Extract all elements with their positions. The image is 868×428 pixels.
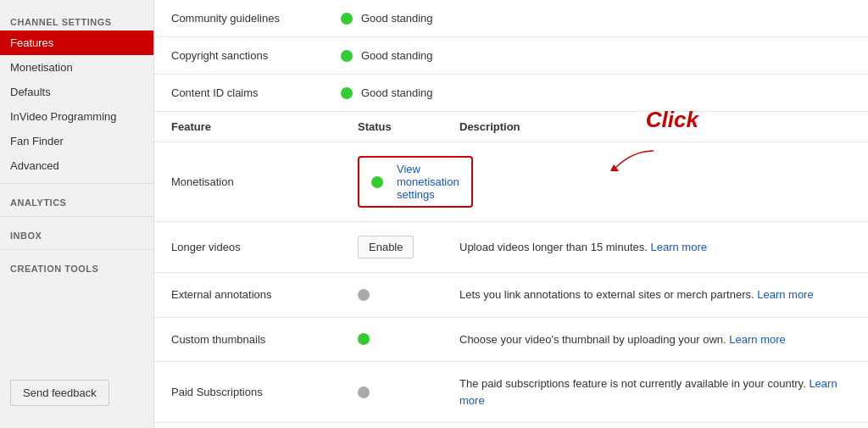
external-annotations-label: External annotations bbox=[171, 288, 358, 301]
sidebar-divider-2 bbox=[0, 216, 153, 217]
custom-thumbnails-description: Choose your video's thumbnail by uploadi… bbox=[459, 331, 851, 348]
monetisation-status-col: View monetisation settings bbox=[358, 156, 459, 208]
paid-subscriptions-label: Paid Subscriptions bbox=[171, 386, 358, 398]
contentid-claims-row: Content ID claims Good standing bbox=[154, 75, 868, 111]
sidebar-item-monetisation[interactable]: Monetisation bbox=[0, 55, 153, 80]
sidebar-bottom: Send feedback bbox=[0, 366, 153, 428]
paid-subscriptions-grey-dot bbox=[358, 386, 370, 398]
view-monetisation-link[interactable]: View monetisation settings bbox=[397, 163, 459, 201]
contentid-claims-dot bbox=[341, 87, 353, 99]
feature-row-longer-videos: Longer videos Enable Upload videos longe… bbox=[154, 222, 868, 273]
col-feature-header: Feature bbox=[171, 120, 358, 133]
community-guidelines-dot bbox=[341, 13, 353, 25]
monetisation-green-dot bbox=[371, 176, 383, 188]
external-annotations-desc-text: Lets you link annotations to external si… bbox=[459, 288, 754, 301]
send-feedback-button[interactable]: Send feedback bbox=[10, 380, 109, 406]
longer-videos-status-col: Enable bbox=[358, 236, 459, 258]
copyright-sanctions-row: Copyright sanctions Good standing bbox=[154, 37, 868, 75]
paid-subscriptions-desc-text: The paid subscriptions feature is not cu… bbox=[459, 377, 806, 390]
svg-marker-0 bbox=[610, 164, 619, 171]
sidebar-divider-1 bbox=[0, 183, 153, 184]
feature-row-custom-thumbnails: Custom thumbnails Choose your video's th… bbox=[154, 318, 868, 363]
custom-thumbnails-learn-more[interactable]: Learn more bbox=[729, 333, 785, 346]
copyright-sanctions-dot bbox=[341, 50, 353, 62]
sidebar-item-advanced[interactable]: Advanced bbox=[0, 153, 153, 178]
creation-tools-title: CREATION TOOLS bbox=[0, 255, 153, 277]
longer-videos-label: Longer videos bbox=[171, 241, 358, 253]
col-description-header: Description bbox=[459, 120, 520, 133]
monetisation-box[interactable]: View monetisation settings bbox=[358, 156, 473, 208]
custom-thumbnails-green-dot bbox=[358, 333, 370, 345]
status-section: Community guidelines Good standing Copyr… bbox=[154, 0, 868, 112]
longer-videos-desc-text: Upload videos longer than 15 minutes. bbox=[459, 241, 648, 253]
feature-row-monetisation: Click Monetisation View monetisation set… bbox=[154, 142, 868, 222]
paid-subscriptions-description: The paid subscriptions feature is not cu… bbox=[459, 375, 851, 409]
sidebar-item-defaults[interactable]: Defaults bbox=[0, 80, 153, 104]
sidebar: CHANNEL SETTINGS Features Monetisation D… bbox=[0, 0, 154, 428]
sidebar-item-features[interactable]: Features bbox=[0, 31, 153, 55]
custom-thumbnails-status-col bbox=[358, 333, 459, 345]
external-annotations-description: Lets you link annotations to external si… bbox=[459, 286, 851, 303]
inbox-title: INBOX bbox=[0, 222, 153, 244]
copyright-sanctions-status: Good standing bbox=[361, 49, 433, 62]
features-table-header: Feature Status Description bbox=[154, 112, 868, 142]
paid-subscriptions-status-col bbox=[358, 386, 459, 398]
sidebar-item-invideo[interactable]: InVideo Programming bbox=[0, 104, 153, 129]
col-status-header: Status bbox=[358, 120, 459, 133]
analytics-title: ANALYTICS bbox=[0, 189, 153, 211]
longer-videos-learn-more[interactable]: Learn more bbox=[651, 241, 707, 253]
sidebar-item-fanfinder[interactable]: Fan Finder bbox=[0, 129, 153, 153]
sidebar-divider-3 bbox=[0, 249, 153, 250]
feature-row-paid-subscriptions: Paid Subscriptions The paid subscription… bbox=[154, 362, 868, 423]
main-content: Community guidelines Good standing Copyr… bbox=[154, 0, 868, 428]
community-guidelines-row: Community guidelines Good standing bbox=[154, 0, 868, 37]
monetisation-feature-label: Monetisation bbox=[171, 175, 358, 188]
channel-settings-title: CHANNEL SETTINGS bbox=[0, 8, 153, 31]
external-annotations-status-col bbox=[358, 289, 459, 301]
external-annotations-learn-more[interactable]: Learn more bbox=[757, 288, 813, 301]
community-guidelines-status: Good standing bbox=[361, 12, 433, 25]
arrow-svg bbox=[607, 149, 658, 175]
click-arrow bbox=[607, 149, 658, 177]
contentid-claims-label: Content ID claims bbox=[171, 86, 341, 99]
longer-videos-description: Upload videos longer than 15 minutes. Le… bbox=[459, 239, 851, 256]
enable-button-longer-videos[interactable]: Enable bbox=[358, 236, 414, 258]
external-annotations-grey-dot bbox=[358, 289, 370, 301]
custom-thumbnails-label: Custom thumbnails bbox=[171, 333, 358, 346]
copyright-sanctions-label: Copyright sanctions bbox=[171, 49, 341, 62]
contentid-claims-status: Good standing bbox=[361, 86, 433, 99]
feature-row-external-annotations: External annotations Lets you link annot… bbox=[154, 273, 868, 318]
community-guidelines-label: Community guidelines bbox=[171, 12, 341, 25]
custom-thumbnails-desc-text: Choose your video's thumbnail by uploadi… bbox=[459, 333, 726, 346]
